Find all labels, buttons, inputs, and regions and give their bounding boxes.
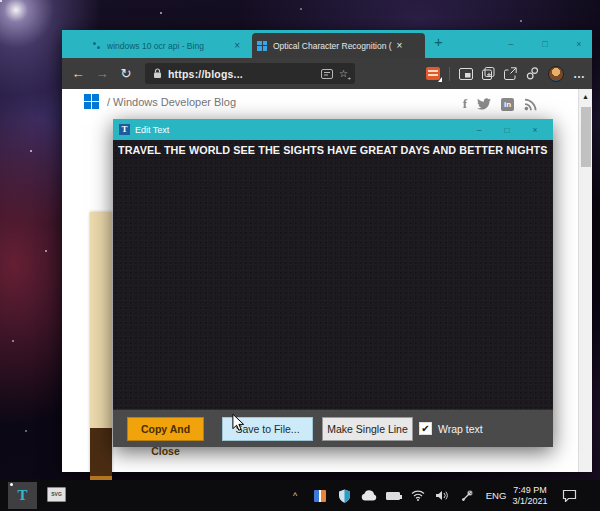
time-text: 7:49 PM [513, 485, 547, 496]
rss-icon[interactable] [524, 98, 537, 111]
taskbar-edit-text-app[interactable]: T [8, 482, 37, 509]
linkedin-icon[interactable]: in [501, 98, 514, 111]
windows-security-icon[interactable] [336, 480, 352, 511]
dialog-title: Edit Text [135, 125, 169, 135]
maximize-button[interactable]: □ [528, 39, 562, 49]
date-text: 3/1/2021 [512, 496, 547, 507]
make-single-line-button[interactable]: Make Single Line [322, 417, 413, 441]
tab-strip: windows 10 ocr api - Bing × Optical Char… [62, 30, 592, 58]
edit-text-dialog: T Edit Text – □ × TRAVEL THE WORLD SEE T… [113, 119, 553, 447]
taskbar-svg-app[interactable]: SVG [47, 487, 66, 502]
tab-label: Optical Character Recognition ( [273, 41, 392, 51]
usb-device-icon[interactable] [459, 480, 475, 511]
close-button[interactable]: × [562, 39, 596, 49]
browser-window-controls: – □ × [494, 30, 596, 58]
people-icon[interactable] [526, 67, 539, 80]
page-header: / Windows Developer Blog [84, 94, 236, 109]
new-tab-button[interactable]: + [434, 33, 443, 50]
lock-icon [153, 68, 162, 79]
breadcrumb[interactable]: / Windows Developer Blog [107, 96, 236, 108]
facebook-icon[interactable]: f [463, 96, 467, 112]
dialog-app-icon: T [119, 124, 130, 135]
dialog-button-bar: Copy And Close Save to File... Make Sing… [113, 409, 553, 447]
dialog-minimize-button[interactable]: – [465, 125, 493, 135]
tab-label: windows 10 ocr api - Bing [107, 41, 229, 51]
wifi-icon[interactable] [410, 480, 426, 511]
battery-icon[interactable] [385, 480, 401, 511]
favorites-star-icon[interactable]: ☆ + [339, 68, 348, 79]
back-button[interactable]: ← [66, 66, 90, 81]
dialog-maximize-button[interactable]: □ [493, 125, 521, 135]
tab-close-icon[interactable]: × [392, 40, 408, 51]
minimize-button[interactable]: – [494, 39, 528, 49]
forward-button[interactable]: → [90, 66, 114, 81]
tray-app-icon[interactable] [313, 480, 327, 511]
web-capture-icon[interactable] [459, 68, 473, 80]
tab-bing-search[interactable]: windows 10 ocr api - Bing × [85, 33, 245, 58]
page-scrollbar[interactable]: ▲ [578, 89, 592, 472]
bing-favicon [93, 41, 101, 51]
ocr-result-text[interactable]: TRAVEL THE WORLD SEE THE SIGHTS HAVE GRE… [113, 140, 553, 156]
language-indicator[interactable]: ENG [483, 480, 509, 511]
wrap-text-checkbox[interactable]: ✔ [419, 422, 432, 435]
mouse-cursor [231, 413, 246, 433]
taskbar-app-badge [10, 483, 13, 486]
toolbar-right-icons: … [426, 58, 586, 89]
social-icons: f in [463, 96, 537, 112]
share-icon[interactable] [504, 67, 517, 80]
browser-toolbar: ← → ↻ https://blogs... ☆ + [62, 58, 592, 89]
dialog-window-controls: – □ × [465, 119, 549, 140]
dialog-close-button[interactable]: × [521, 125, 549, 135]
tab-close-icon[interactable]: × [229, 40, 245, 51]
windows-favicon [257, 41, 267, 51]
dialog-titlebar[interactable]: T Edit Text – □ × [113, 119, 553, 140]
volume-icon[interactable] [433, 480, 449, 511]
onedrive-cloud-icon[interactable] [360, 480, 378, 511]
toolbar-separator [449, 67, 450, 81]
windows-logo-icon[interactable] [84, 94, 99, 109]
address-bar[interactable]: https://blogs... ☆ + [145, 63, 355, 84]
settings-more-icon[interactable]: … [573, 67, 586, 81]
immersive-reader-icon[interactable] [321, 69, 333, 79]
article-poster-image [90, 212, 112, 511]
clock[interactable]: 7:49 PM 3/1/2021 [509, 480, 551, 511]
taskbar: T SVG ^ ENG 7:49 PM 3/1/2021 [0, 480, 600, 511]
scrollbar-thumb[interactable] [581, 107, 591, 167]
copy-and-close-button[interactable]: Copy And Close [127, 417, 204, 441]
extension-icon[interactable] [426, 67, 440, 80]
show-hidden-icons-chevron[interactable]: ^ [287, 480, 303, 511]
refresh-button[interactable]: ↻ [114, 66, 138, 81]
profile-avatar[interactable] [548, 66, 564, 82]
action-center-icon[interactable] [558, 480, 580, 511]
scroll-up-icon[interactable]: ▲ [579, 89, 592, 100]
tab-ocr-article[interactable]: Optical Character Recognition ( × [252, 33, 425, 58]
url-text: https://blogs... [168, 68, 315, 80]
desktop-background: windows 10 ocr api - Bing × Optical Char… [0, 0, 600, 511]
desktop-stars [0, 0, 2, 2]
twitter-icon[interactable] [477, 98, 491, 110]
wrap-text-label: Wrap text [438, 423, 483, 435]
collections-icon[interactable] [482, 67, 495, 80]
dialog-text-area[interactable]: TRAVEL THE WORLD SEE THE SIGHTS HAVE GRE… [113, 140, 553, 409]
